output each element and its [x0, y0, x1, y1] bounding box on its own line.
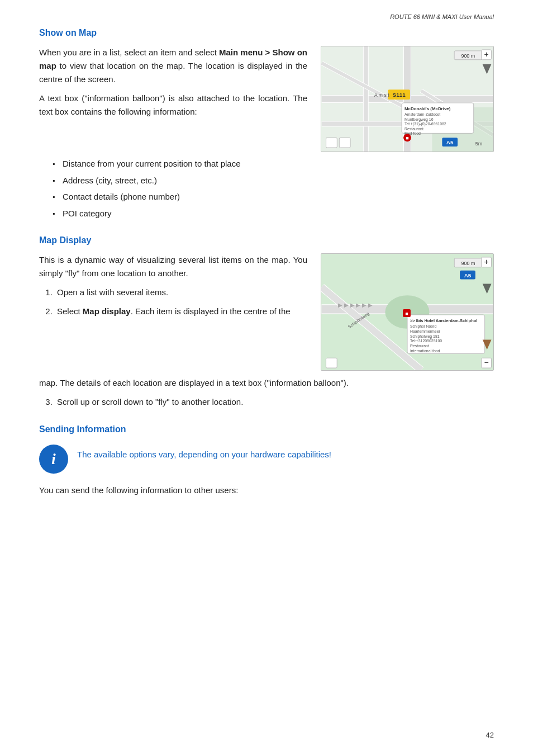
info-icon: i [39, 445, 68, 474]
section-title-sending-info: Sending Information [39, 424, 494, 434]
sending-info-closing: You can send the following information t… [39, 484, 494, 497]
section-sending-info: Sending Information i The available opti… [39, 424, 494, 497]
map-display-steps: Open a list with several items. Select M… [55, 286, 307, 318]
bullet-item-distance: Distance from your current position to t… [53, 158, 494, 171]
section-title-map-display: Map Display [39, 235, 494, 245]
svg-text:+: + [484, 257, 489, 266]
svg-text:S111: S111 [393, 92, 406, 98]
svg-text:+: + [484, 50, 488, 59]
svg-text:■: ■ [405, 311, 408, 316]
page-header: ROUTE 66 MINI & MAXI User Manual [390, 13, 494, 20]
page-number: 42 [486, 731, 494, 739]
svg-text:−: − [484, 358, 489, 367]
page: ROUTE 66 MINI & MAXI User Manual Show on… [0, 0, 533, 756]
section-map-display: Map Display This is a dynamic way of vis… [39, 235, 494, 409]
map-display-intro: This is a dynamic way of visualizing sev… [39, 253, 307, 280]
svg-text:Muntbergweg 16: Muntbergweg 16 [404, 117, 434, 122]
svg-text:Restaurant: Restaurant [404, 127, 423, 131]
svg-text:▶ ▶ ▶ ▶ ▶ ▶: ▶ ▶ ▶ ▶ ▶ ▶ [338, 302, 373, 308]
step-1: Open a list with several items. [55, 286, 307, 299]
map-display-content-row: This is a dynamic way of visualizing sev… [39, 253, 494, 371]
svg-text:Schipholweg 181: Schipholweg 181 [410, 334, 440, 339]
bullet-item-contact: Contact details (phone number) [53, 191, 494, 204]
svg-rect-31 [339, 138, 350, 148]
svg-text:900 m: 900 m [461, 261, 475, 266]
svg-text:900 m: 900 m [461, 53, 475, 59]
svg-text:■: ■ [406, 135, 408, 141]
map-image-2: Schipholweg >> Ibis Hotel Amsterdam-Schi… [321, 253, 494, 371]
step-3: Scroll up or scroll down to "fly" to ano… [55, 395, 494, 409]
show-on-map-para1: When you are in a list, select an item a… [39, 46, 307, 86]
svg-text:International food: International food [410, 349, 440, 353]
svg-text:A m s t: A m s t [374, 92, 390, 98]
svg-rect-30 [326, 138, 337, 148]
step-2: Select Map display. Each item is display… [55, 305, 307, 318]
svg-text:Tel:+31205025100: Tel:+31205025100 [410, 339, 442, 343]
info-box-text: The available options vary, depending on… [77, 445, 331, 461]
info-box: i The available options vary, depending … [39, 445, 494, 474]
show-on-map-text: When you are in a list, select an item a… [39, 46, 307, 124]
svg-text:Haarlemmermeer: Haarlemmermeer [410, 329, 441, 333]
svg-text:Tel:+(31)-(0)20-6961082: Tel:+(31)-(0)20-6961082 [404, 122, 446, 126]
bullet-item-poi: POI category [53, 207, 494, 220]
svg-text:A5: A5 [464, 272, 472, 278]
map-display-text: This is a dynamic way of visualizing sev… [39, 253, 307, 324]
svg-text:Amsterdam-Zuidoost: Amsterdam-Zuidoost [404, 112, 440, 116]
map-display-step2-cont: map. The details of each location are di… [39, 376, 494, 390]
svg-rect-62 [326, 358, 337, 368]
svg-text:Schiphol Noord: Schiphol Noord [410, 324, 436, 329]
bullet-list-show-on-map: Distance from your current position to t… [53, 158, 494, 220]
show-on-map-content-row: When you are in a list, select an item a… [39, 46, 494, 152]
map-display-step3: Scroll up or scroll down to "fly" to ano… [55, 395, 494, 409]
svg-text:Restaurant: Restaurant [410, 344, 429, 348]
show-on-map-para2: A text box ("information balloon") is al… [39, 92, 307, 119]
section-show-on-map: Show on Map When you are in a list, sele… [39, 28, 494, 220]
section-title-show-on-map: Show on Map [39, 28, 494, 38]
svg-text:5m: 5m [475, 141, 482, 147]
map-image-1: S111 McDonald's (McDrive) Amsterdam-Zuid… [321, 46, 494, 152]
svg-text:A5: A5 [446, 139, 454, 145]
bullet-item-address: Address (city, street, etc.) [53, 174, 494, 187]
svg-text:>> Ibis Hotel Amsterdam-Schiph: >> Ibis Hotel Amsterdam-Schiphol [410, 318, 477, 323]
svg-text:McDonald's (McDrive): McDonald's (McDrive) [404, 106, 451, 111]
